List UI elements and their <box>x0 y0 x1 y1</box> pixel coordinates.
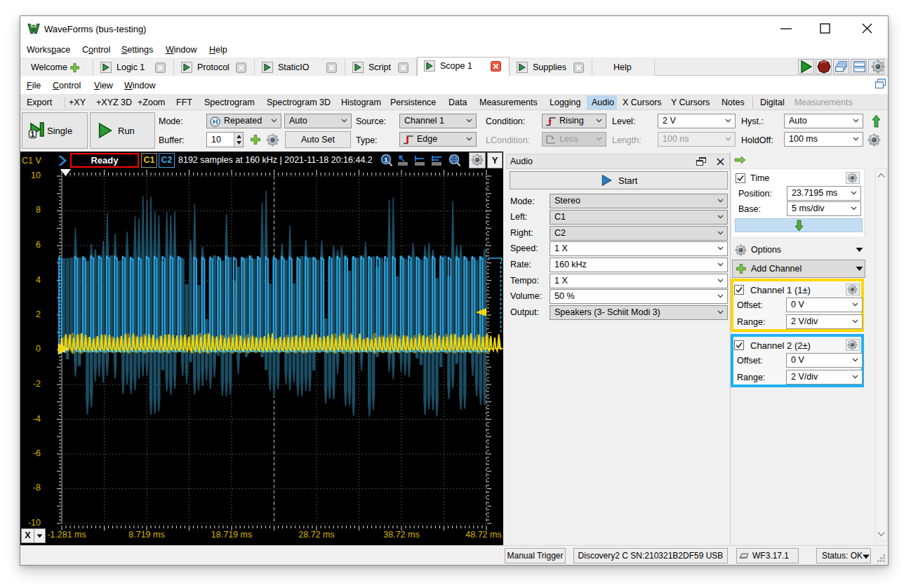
svg-text:1: 1 <box>31 130 35 138</box>
